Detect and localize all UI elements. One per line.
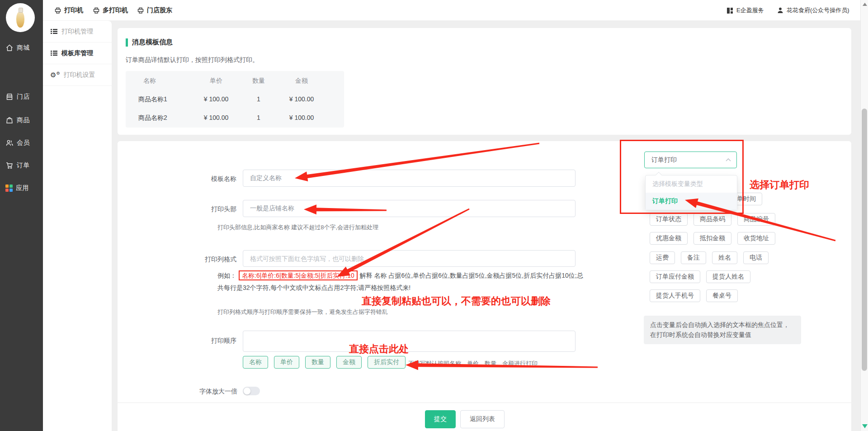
- variable-chip-row: 运费 备注 姓名 电话: [650, 251, 769, 264]
- cart-icon: [5, 161, 14, 170]
- order-chip-unit-price[interactable]: 单价: [274, 356, 299, 369]
- variable-chip[interactable]: 电话: [743, 251, 769, 264]
- font-zoom-toggle[interactable]: [243, 387, 260, 395]
- table-header-cell: 数量: [252, 77, 265, 85]
- print-header-input[interactable]: [243, 200, 576, 217]
- topbar: 打印机 多打印机 门店股东 E企盈服务 花花食府(公众号操作员): [43, 0, 860, 21]
- table-header-cell: 名称: [143, 77, 156, 85]
- example-prefix: 例如：: [217, 272, 236, 279]
- order-chip-quantity[interactable]: 数量: [305, 356, 330, 369]
- printer-icon: [137, 7, 144, 14]
- table-cell: ¥ 100.00: [204, 114, 229, 121]
- print-columns-label: 打印列格式: [169, 256, 236, 264]
- sidebar-item-members[interactable]: 会员: [0, 137, 43, 148]
- table-cell: ¥ 100.00: [204, 95, 229, 103]
- table-header-cell: 金额: [295, 77, 308, 85]
- variable-chip-row: 优惠金额 抵扣金额 收货地址: [650, 232, 775, 245]
- demo-order-table: 名称 单价 数量 金额 商品名称1 ¥ 100.00 1 ¥ 100.00 商品…: [126, 71, 344, 128]
- example-format-code: 名称:6|单价:6|数量:5|金额:5|折后实付:10: [239, 270, 358, 280]
- variable-chip-row: 订单应付金额 提货人姓名: [650, 270, 750, 283]
- goods-icon: [5, 116, 14, 124]
- list-icon: [50, 28, 58, 35]
- back-to-list-button[interactable]: 返回列表: [460, 410, 505, 428]
- annotation-box-select: [620, 140, 744, 214]
- submenu-item-label: 模板库管理: [61, 49, 93, 57]
- submenu-item-label: 打印机管理: [61, 28, 93, 36]
- table-cell: ¥ 100.00: [289, 95, 314, 103]
- sidebar-item-orders[interactable]: 订单: [0, 160, 43, 171]
- tab-printer[interactable]: 打印机: [54, 0, 83, 21]
- variable-chip[interactable]: 提货人姓名: [706, 270, 750, 283]
- panel-title: 消息模板信息: [132, 38, 173, 47]
- annotation-choose-order-print: 选择订单打印: [750, 178, 809, 192]
- user-icon: [777, 7, 784, 14]
- print-header-hint: 打印头部信息,比如商家名称 建议不超过8个字,会进行加粗处理: [217, 223, 378, 232]
- sidebar-item-label: 商品: [17, 116, 30, 124]
- order-chip-amount[interactable]: 金额: [336, 356, 362, 369]
- apps-icon: [5, 185, 13, 192]
- sidebar-item-goods[interactable]: 商品: [0, 115, 43, 126]
- tab-store-shareholder-label: 门店股东: [147, 6, 172, 14]
- sidebar-item-mall[interactable]: 商城: [0, 43, 43, 53]
- variable-chip[interactable]: 订单应付金额: [650, 270, 700, 283]
- service-entry[interactable]: E企盈服务: [726, 0, 764, 21]
- gears-icon: ⚙⚙: [50, 71, 60, 78]
- variable-chip[interactable]: 餐桌号: [706, 289, 738, 302]
- panel-title-accent-bar: [126, 38, 128, 47]
- toggle-knob: [243, 387, 251, 395]
- print-header-label: 打印头部: [169, 205, 236, 213]
- table-cell: 1: [257, 95, 260, 103]
- variable-chip[interactable]: 商品编号: [737, 213, 775, 226]
- submit-button[interactable]: 提交: [425, 410, 456, 428]
- submenu-item-printer-settings[interactable]: ⚙⚙ 打印机设置: [43, 64, 112, 86]
- variable-chip[interactable]: 姓名: [712, 251, 737, 264]
- sidebar-item-label: 门店: [17, 93, 30, 101]
- template-name-input[interactable]: [243, 170, 576, 187]
- main-sidebar: 商城 门店 商品 会员 订单 应用: [0, 0, 43, 431]
- list-icon: [50, 49, 58, 57]
- sidebar-item-label: 会员: [17, 139, 30, 147]
- annotation-click-here: 直接点击此处: [349, 342, 409, 356]
- variable-chip-row: 订单状态 商品条码 商品编号: [650, 213, 775, 226]
- table-cell: 商品名称2: [138, 114, 167, 122]
- submenu-item-label: 打印机设置: [64, 71, 95, 79]
- submenu-item-template-library[interactable]: 模板库管理: [43, 43, 112, 64]
- submenu-item-printer-manage[interactable]: 打印机管理: [43, 21, 112, 43]
- panel-description: 订单商品详情默认打印，按照打印列格式打印。: [126, 56, 259, 64]
- font-zoom-label: 字体放大一倍: [170, 388, 237, 396]
- variable-chip[interactable]: 运费: [650, 251, 675, 264]
- print-order-default-hint: 不填写默认按照名称、单价、数量、金额进行打印: [408, 360, 538, 368]
- scrollbar-thumb[interactable]: [862, 109, 867, 371]
- scrollbar-up-icon[interactable]: [863, 3, 867, 6]
- order-chip-name[interactable]: 名称: [243, 356, 268, 369]
- print-order-label: 打印顺序: [169, 337, 236, 345]
- tab-printer-label: 打印机: [64, 6, 83, 14]
- avatar[interactable]: [6, 3, 35, 32]
- variable-chip[interactable]: 提货人手机号: [650, 289, 700, 302]
- print-columns-input[interactable]: [243, 250, 576, 267]
- grid-icon: [726, 7, 734, 14]
- page-scrollbar[interactable]: [860, 0, 868, 431]
- variable-chip[interactable]: 订单状态: [650, 213, 688, 226]
- user-label: 花花食府(公众号操作员): [787, 6, 849, 14]
- variable-chip[interactable]: 收货地址: [737, 232, 775, 245]
- tab-store-shareholder[interactable]: 门店股东: [137, 0, 172, 21]
- user-entry[interactable]: 花花食府(公众号操作员): [777, 0, 849, 21]
- sidebar-item-label: 应用: [16, 184, 29, 192]
- variable-chip[interactable]: 商品条码: [693, 213, 731, 226]
- printer-icon: [54, 7, 61, 14]
- scrollbar-down-icon[interactable]: [862, 424, 868, 428]
- variable-chip-row: 提货人手机号 餐桌号: [650, 289, 738, 302]
- table-cell: 1: [257, 114, 260, 121]
- variable-chip[interactable]: 优惠金额: [650, 232, 688, 245]
- variable-chip[interactable]: 抵扣金额: [693, 232, 731, 245]
- order-chip-discounted[interactable]: 折后实付: [368, 356, 406, 369]
- tab-multi-printer[interactable]: 多打印机: [93, 0, 128, 21]
- footer-divider: [118, 403, 851, 403]
- sidebar-item-apps[interactable]: 应用: [0, 183, 43, 194]
- sidebar-item-store[interactable]: 门店: [0, 91, 43, 102]
- print-order-textarea[interactable]: [243, 331, 576, 352]
- tab-multi-printer-label: 多打印机: [103, 6, 128, 14]
- variable-chip[interactable]: 备注: [681, 251, 706, 264]
- printer-submenu: 打印机管理 模板库管理 ⚙⚙ 打印机设置: [43, 21, 112, 431]
